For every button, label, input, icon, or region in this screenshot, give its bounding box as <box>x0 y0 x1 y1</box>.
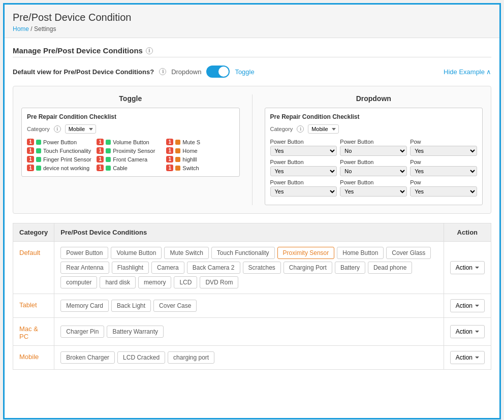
page-header: Pre/Post Device Condition Home / Setting… <box>5 5 499 38</box>
col-category: Category <box>13 223 54 242</box>
dd-field: Power ButtonNoYes <box>340 159 407 176</box>
col-action: Action <box>444 223 491 242</box>
dropdown-category-info[interactable]: ℹ <box>297 125 304 133</box>
tag[interactable]: Rear Antenna <box>60 262 109 274</box>
action-cell: Action <box>444 346 491 370</box>
table-row: MobileBroken ChargerLCD Crackedcharging … <box>13 346 491 370</box>
list-item: 1Mute S <box>166 139 234 145</box>
default-view-label: Default view for Pre/Post Device Conditi… <box>13 68 154 76</box>
action-button[interactable]: Action <box>450 325 485 338</box>
tag[interactable]: Home Button <box>337 247 384 259</box>
list-item: 1Volume Button <box>97 139 164 145</box>
tag[interactable]: charging port <box>168 351 214 364</box>
tag[interactable]: Cover Case <box>153 300 197 312</box>
category-cell: Mobile <box>13 346 54 370</box>
col-conditions: Pre/Post Device Conditions <box>54 223 444 242</box>
dropdown-row: Power ButtonYesNo Power ButtonNoYes PowY… <box>270 159 478 176</box>
toggle-example-col: Toggle Pre Repair Condition Checklist Ca… <box>21 94 240 205</box>
toggle-category-select[interactable]: Mobile <box>65 124 96 134</box>
dd-field: Power ButtonYesNo <box>270 159 337 176</box>
toggle-switch[interactable] <box>206 66 230 78</box>
tags-container: Charger PinBattery Warranty <box>60 326 437 338</box>
tag[interactable]: DVD Rom <box>200 276 238 288</box>
action-button[interactable]: Action <box>450 351 485 364</box>
action-button[interactable]: Action <box>450 299 485 312</box>
tags-container: Memory CardBack LightCover Case <box>60 300 437 312</box>
list-item: 1device not working <box>27 165 94 171</box>
chevron-down-icon <box>475 357 479 359</box>
tags-cell: Power ButtonVolume ButtonMute SwitchTouc… <box>54 242 444 294</box>
section-info-icon[interactable]: ℹ <box>146 47 153 54</box>
dropdown-category-select[interactable]: Mobile <box>308 124 339 134</box>
tag[interactable]: Back Light <box>111 300 151 312</box>
category-cell: Tablet <box>13 294 54 318</box>
tag[interactable]: Scratches <box>243 262 281 274</box>
tag[interactable]: Dead phone <box>368 262 412 274</box>
tag[interactable]: Touch Functionality <box>211 247 275 259</box>
tag[interactable]: Proximity Sensor <box>277 247 335 259</box>
dd-select[interactable]: YesNo <box>270 186 337 197</box>
chevron-down-icon <box>475 267 479 269</box>
breadcrumb-home[interactable]: Home <box>13 25 29 33</box>
list-item: 1Touch Functionality <box>27 147 94 154</box>
dd-select[interactable]: NoYes <box>340 166 407 176</box>
dd-select[interactable]: YesNo <box>270 166 337 176</box>
action-button[interactable]: Action <box>450 261 485 274</box>
dd-select[interactable]: NoYes <box>340 146 407 156</box>
list-item: 1Proximity Sensor <box>97 147 164 154</box>
table-body: DefaultPower ButtonVolume ButtonMute Swi… <box>13 242 491 370</box>
table-row: Mac & PCCharger PinBattery WarrantyActio… <box>13 318 491 346</box>
hide-example-link[interactable]: Hide Example ∧ <box>444 68 491 76</box>
tag[interactable]: LCD <box>174 276 197 288</box>
tag[interactable]: Memory Card <box>60 300 109 312</box>
tags-container: Broken ChargerLCD Crackedcharging port <box>60 351 437 364</box>
tag[interactable]: Back Camera 2 <box>187 262 240 274</box>
dd-select[interactable]: YesNo <box>410 186 477 197</box>
dd-select[interactable]: YesNo <box>410 166 477 176</box>
tag[interactable]: Charger Pin <box>60 326 104 338</box>
dd-select[interactable]: YesNo <box>270 146 337 156</box>
dd-field: Power ButtonYesNo <box>270 179 337 197</box>
tag[interactable]: Power Button <box>60 247 108 259</box>
toggle-checklist-box: Pre Repair Condition Checklist Category … <box>21 108 240 177</box>
default-view-info-icon[interactable]: ℹ <box>159 68 166 75</box>
dd-field: Power ButtonYesNo <box>340 179 407 197</box>
tag[interactable]: Battery Warranty <box>107 326 164 338</box>
chevron-down-icon <box>475 331 479 333</box>
tag[interactable]: Flashlight <box>112 262 149 274</box>
dropdown-category-row: Category ℹ Mobile <box>270 124 478 134</box>
default-view-row: Default view for Pre/Post Device Conditi… <box>13 66 491 78</box>
dd-field: Power ButtonNoYes <box>340 139 407 156</box>
tag[interactable]: hard disk <box>100 276 136 288</box>
tag[interactable]: Broken Charger <box>60 351 115 364</box>
tag[interactable]: LCD Cracked <box>117 351 165 364</box>
dropdown-option-label: Dropdown <box>171 68 201 76</box>
dd-field: PowYesNo <box>410 159 477 176</box>
tag[interactable]: memory <box>138 276 171 288</box>
dd-select[interactable]: YesNo <box>340 186 407 197</box>
list-item: 1Front Camera <box>97 156 164 163</box>
list-item: 1Cable <box>97 165 164 171</box>
tag[interactable]: Battery <box>335 262 365 274</box>
tag[interactable]: computer <box>60 276 97 288</box>
tag[interactable]: Mute Switch <box>164 247 208 259</box>
page-title: Pre/Post Device Condition <box>13 12 491 23</box>
action-cell: Action <box>444 318 491 346</box>
tag[interactable]: Camera <box>151 262 184 274</box>
dd-select[interactable]: YesNo <box>410 146 477 156</box>
dropdown-row: Power ButtonYesNo Power ButtonNoYes PowY… <box>270 139 478 156</box>
dropdown-checklist-box: Pre Repair Condition Checklist Category … <box>265 108 483 205</box>
dropdown-checklist-title: Pre Repair Condition Checklist <box>270 113 478 120</box>
tag[interactable]: Cover Glass <box>386 247 431 259</box>
tags-container: Power ButtonVolume ButtonMute SwitchTouc… <box>60 247 437 288</box>
toggle-category-info[interactable]: ℹ <box>54 125 61 133</box>
section-title: Manage Pre/Post Device Conditions ℹ <box>13 46 491 55</box>
list-item: 1Switch <box>166 165 234 171</box>
table-row: TabletMemory CardBack LightCover CaseAct… <box>13 294 491 318</box>
example-divider <box>252 94 253 205</box>
tag[interactable]: Charging Port <box>284 262 332 274</box>
tags-cell: Memory CardBack LightCover Case <box>54 294 444 318</box>
tag[interactable]: Volume Button <box>111 247 162 259</box>
example-box: Toggle Pre Repair Condition Checklist Ca… <box>13 86 491 214</box>
dd-field: Power ButtonYesNo <box>270 139 337 156</box>
